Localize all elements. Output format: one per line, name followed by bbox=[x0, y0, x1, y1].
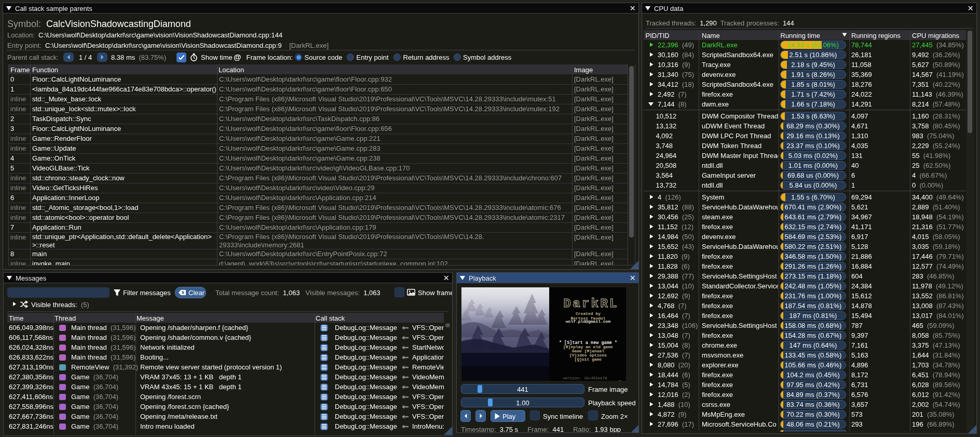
svg-text:_: _ bbox=[618, 377, 621, 381]
svg-text:version: 15c455ee76: version: 15c455ee76 bbox=[563, 376, 607, 380]
svg-text:wolf.pld@gmail.com: wolf.pld@gmail.com bbox=[566, 319, 611, 324]
svg-text:Created by: Created by bbox=[576, 311, 601, 316]
svg-text:[Q]uit game: [Q]uit game bbox=[575, 357, 602, 362]
